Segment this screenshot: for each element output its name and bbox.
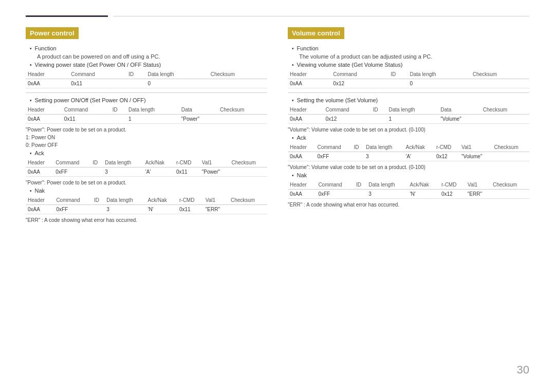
col-header: Ack/Nak [146,196,177,205]
cell: 'N' [146,205,177,214]
cell: 0xAA [26,115,62,124]
cell: 0xAA [26,79,69,88]
volume-table1: Header Command ID Data length Checksum 0… [288,70,529,88]
col-header: Command [62,105,110,115]
vol-setting-bullet: • Setting the volume (Set Volume) [292,97,529,103]
cell: 0x11 [69,79,126,88]
power-table3-data-row: 0xAA 0xFF 3 'A' 0x11 "Power" [26,167,267,177]
bullet-dot5: • [30,188,32,194]
volume-table4-data-row: 0xAA 0xFF 3 'N' 0x12 "ERR" [288,190,529,199]
col-header: Data length [126,105,179,115]
cell: 0x12 [434,152,459,161]
bullet-dot2: • [30,62,32,68]
cell: 0xAA [26,205,54,214]
power-note2: "Power": Power code to be set on a produ… [26,180,267,185]
bullet-dot: • [292,46,294,51]
volume-table2-header-row: Header Command ID Data length Data Check… [288,105,529,115]
volume-table4: Header Command ID Data length Ack/Nak r-… [288,180,529,199]
col-header: Data length [364,143,404,152]
volume-note2: "Volume": Volume value code to be set on… [288,164,529,170]
col-header: ID [92,196,104,205]
col-header: Data length [104,196,145,205]
vol-nak-bullet: • Nak [292,172,529,178]
vol-viewing-label: Viewing volume state (Get Volume Status) [297,62,403,68]
col-header: Checksum [471,70,529,79]
vol-ack-bullet: • Ack [292,135,529,141]
bullet-dot4: • [292,135,294,141]
cell [229,167,267,177]
function-desc: A product can be powered on and off usin… [37,53,267,60]
cell: "Power" [200,167,230,177]
main-content: Power control • Function A product can b… [26,27,529,225]
col-header: Command [316,180,354,190]
cell: 3 [364,152,404,161]
col-header: Command [69,70,126,79]
cell: 1 [386,115,438,124]
cell: 0xFF [53,167,90,177]
power-control-section: Power control • Function A product can b… [26,27,267,225]
cell: "Volume" [438,115,481,124]
cell: 0xAA [288,152,316,161]
bullet-dot2: • [292,62,294,68]
vol-viewing-bullet: • Viewing volume state (Get Volume Statu… [292,62,529,68]
cell [229,205,267,214]
cell: 0xFF [316,152,352,161]
cell [481,115,529,124]
power-note1: "Power": Power code to be set on a produ… [26,127,267,133]
col-header: r-CMD [177,196,203,205]
cell [90,167,103,177]
col-header: r-CMD [174,158,200,167]
cell: 0x12 [331,79,388,88]
divider [288,92,529,93]
power-table2: Header Command ID Data length Data Check… [26,105,267,124]
cell [110,115,126,124]
setting-bullet: • Setting power ON/Off (Set Power ON / O… [30,97,267,103]
col-header: Command [53,158,90,167]
col-header: ID [354,180,366,190]
top-border-line [113,16,529,16]
cell [126,79,145,88]
col-header: Data length [366,180,408,190]
cell [218,115,267,124]
col-header: Header [26,70,69,79]
col-header: Checksum [492,143,529,152]
col-header: Header [26,158,53,167]
cell [354,190,366,199]
col-header: ID [126,70,145,79]
vol-function-desc: The volume of a product can be adjusted … [299,53,529,60]
col-header: Val1 [459,143,492,152]
col-header: ID [90,158,103,167]
power-table3-header-row: Header Command ID Data length Ack/Nak r-… [26,158,267,167]
col-header: Header [288,70,331,79]
bullet-dot5: • [292,173,294,178]
power-off: 0: Power OFF [26,142,267,148]
cell: 0x12 [439,190,466,199]
volume-table1-data-row: 0xAA 0x12 0 [288,79,529,88]
power-table3: Header Command ID Data length Ack/Nak r-… [26,158,267,177]
col-header: r-CMD [439,180,466,190]
col-header: Header [288,143,316,152]
setting-label: Setting power ON/Off (Set Power ON / OFF… [35,97,146,103]
bullet-dot3: • [30,98,32,103]
col-header: Checksum [229,158,267,167]
col-header: Ack/Nak [143,158,174,167]
power-control-title: Power control [26,27,79,39]
col-header: ID [351,143,364,152]
cell: 0xFF [316,190,354,199]
col-header: Data length [408,70,470,79]
cell [471,79,529,88]
cell: 0xAA [288,190,316,199]
viewing-label: Viewing power state (Get Power ON / OFF … [35,62,161,68]
col-header: r-CMD [434,143,459,152]
page-number: 30 [517,363,529,377]
col-header: Header [26,105,62,115]
ack-label: Ack [35,150,44,156]
cell: 0xAA [26,167,53,177]
cell: 'A' [143,167,174,177]
bullet-dot4: • [30,151,32,156]
power-table1-data-row: 0xAA 0x11 0 [26,79,267,88]
power-table4-header-row: Header Command ID Data length Ack/Nak r-… [26,196,267,205]
power-table1-header-row: Header Command ID Data length Checksum [26,70,267,79]
cell [492,152,529,161]
cell: 0x11 [174,167,200,177]
